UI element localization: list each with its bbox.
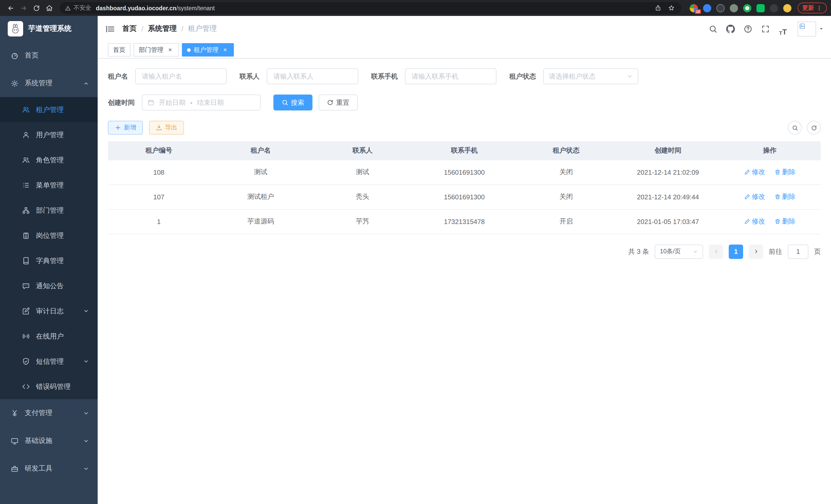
extension-icon[interactable] bbox=[783, 4, 792, 12]
prev-page-button[interactable] bbox=[709, 244, 723, 259]
download-icon bbox=[156, 124, 163, 131]
users-icon bbox=[22, 156, 30, 164]
search-button-label: 搜索 bbox=[291, 98, 304, 107]
cell-status: 关闭 bbox=[515, 184, 617, 209]
trash-icon bbox=[774, 194, 781, 200]
toggle-search-button[interactable] bbox=[788, 121, 802, 135]
sidebar-item-notice[interactable]: 通知公告 bbox=[0, 273, 98, 298]
close-icon[interactable]: × bbox=[222, 46, 229, 53]
browser-update-button[interactable]: 更新 ⋮ bbox=[798, 3, 827, 13]
sidebar-item-menu[interactable]: 菜单管理 bbox=[0, 173, 98, 198]
font-size-button[interactable]: TT bbox=[776, 22, 790, 36]
edit-link[interactable]: 修改 bbox=[744, 217, 765, 226]
add-button[interactable]: 新增 bbox=[108, 121, 143, 135]
sidebar-item-audit-log[interactable]: 审计日志 bbox=[0, 298, 98, 324]
refresh-table-button[interactable] bbox=[807, 121, 821, 135]
monitor-icon bbox=[11, 437, 19, 445]
sidebar-logo[interactable]: 芋道管理系统 bbox=[0, 16, 98, 41]
cell-phone: 15601691300 bbox=[413, 160, 515, 184]
breadcrumb-system[interactable]: 系统管理 bbox=[148, 24, 177, 33]
github-icon bbox=[726, 24, 735, 33]
next-page-button[interactable] bbox=[749, 244, 763, 259]
delete-label: 删除 bbox=[782, 168, 796, 177]
tab-tenant[interactable]: 租户管理 × bbox=[182, 43, 234, 57]
cell-tenant-name: 测试租户 bbox=[210, 184, 311, 209]
sidebar-item-user[interactable]: 用户管理 bbox=[0, 122, 98, 147]
sidebar-item-label: 支付管理 bbox=[25, 409, 52, 418]
sidebar-item-error-code[interactable]: 错误码管理 bbox=[0, 374, 98, 399]
browser-back-button[interactable] bbox=[4, 2, 17, 14]
sidebar-item-infrastructure[interactable]: 基础设施 bbox=[0, 427, 98, 455]
filter-row-1: 租户名 联系人 联系手机 租户状态 请选择租户状态 bbox=[108, 68, 821, 84]
hamburger-icon bbox=[105, 24, 115, 34]
cell-tenant-id: 1 bbox=[108, 209, 210, 234]
phone-input[interactable] bbox=[405, 68, 496, 84]
user-menu[interactable] bbox=[798, 21, 824, 36]
sidebar-item-role[interactable]: 角色管理 bbox=[0, 147, 98, 173]
reset-button[interactable]: 重置 bbox=[319, 94, 358, 111]
extension-icon[interactable] bbox=[716, 4, 725, 12]
bookmark-button[interactable] bbox=[666, 3, 676, 13]
contact-input[interactable] bbox=[267, 68, 358, 84]
breadcrumb-home[interactable]: 首页 bbox=[122, 24, 137, 33]
extension-icon[interactable] bbox=[730, 4, 738, 12]
extension-icon[interactable]: 10 bbox=[690, 4, 698, 12]
warning-triangle-icon bbox=[65, 5, 71, 11]
extension-icon[interactable] bbox=[703, 4, 711, 12]
filter-label: 租户名 bbox=[108, 72, 128, 81]
header-search-button[interactable] bbox=[706, 22, 720, 36]
sidebar-item-dev-tools[interactable]: 研发工具 bbox=[0, 455, 98, 482]
page-number-button[interactable]: 1 bbox=[729, 244, 743, 259]
tenant-name-input[interactable] bbox=[135, 68, 227, 84]
fullscreen-button[interactable] bbox=[758, 22, 772, 36]
browser-refresh-button[interactable] bbox=[30, 2, 42, 14]
breadcrumb-separator: / bbox=[181, 25, 183, 33]
status-select[interactable]: 请选择租户状态 bbox=[543, 68, 638, 84]
close-icon[interactable]: × bbox=[167, 46, 174, 53]
delete-link[interactable]: 删除 bbox=[774, 168, 796, 177]
toolbar-right bbox=[788, 121, 821, 135]
export-button[interactable]: 导出 bbox=[149, 121, 184, 135]
sidebar-item-tenant[interactable]: 租户管理 bbox=[0, 97, 98, 122]
github-link-button[interactable] bbox=[724, 22, 738, 36]
sidebar-item-home[interactable]: 首页 bbox=[0, 41, 98, 69]
export-button-label: 导出 bbox=[165, 123, 177, 132]
extension-icon[interactable] bbox=[743, 4, 751, 12]
sidebar-item-dict[interactable]: 字典管理 bbox=[0, 248, 98, 273]
share-button[interactable] bbox=[653, 3, 663, 13]
active-tab-dot bbox=[187, 48, 191, 52]
browser-home-button[interactable] bbox=[42, 2, 56, 14]
cell-created: 2021-12-14 21:02:09 bbox=[617, 160, 719, 184]
sidebar-item-dept[interactable]: 部门管理 bbox=[0, 198, 98, 223]
edit-label: 修改 bbox=[752, 217, 765, 226]
browser-forward-button[interactable] bbox=[17, 2, 30, 14]
sidebar-item-system[interactable]: 系统管理 bbox=[0, 69, 98, 97]
sidebar-item-online-users[interactable]: 在线用户 bbox=[0, 324, 98, 349]
font-size-small-glyph: T bbox=[779, 30, 782, 36]
search-button[interactable]: 搜索 bbox=[274, 94, 312, 111]
plus-icon bbox=[115, 124, 121, 131]
security-indicator[interactable]: 不安全 bbox=[65, 4, 91, 12]
sidebar-item-payment[interactable]: 支付管理 bbox=[0, 399, 98, 427]
cell-tenant-id: 107 bbox=[108, 184, 210, 209]
extension-icon[interactable] bbox=[756, 4, 765, 12]
cell-contact: 芋艿 bbox=[312, 209, 413, 234]
page-size-select[interactable]: 10条/页 bbox=[655, 244, 703, 259]
goto-page-input[interactable] bbox=[788, 244, 808, 259]
extension-icon[interactable] bbox=[770, 4, 778, 12]
cell-phone: 15601691300 bbox=[413, 184, 515, 209]
table-header: 租户编号 租户名 联系人 联系手机 租户状态 创建时间 操作 bbox=[108, 141, 821, 160]
date-range-picker[interactable]: 开始日期 - 结束日期 bbox=[142, 94, 261, 111]
delete-link[interactable]: 删除 bbox=[774, 217, 796, 226]
sidebar-item-sms[interactable]: 短信管理 bbox=[0, 349, 98, 374]
edit-link[interactable]: 修改 bbox=[744, 192, 765, 201]
sidebar-collapse-button[interactable] bbox=[98, 16, 122, 41]
tab-dept[interactable]: 部门管理 × bbox=[134, 43, 179, 57]
tab-home[interactable]: 首页 bbox=[108, 43, 131, 57]
sidebar-item-post[interactable]: 岗位管理 bbox=[0, 223, 98, 248]
help-button[interactable] bbox=[741, 22, 755, 36]
address-bar[interactable]: 不安全 dashboard.yudao.iocoder.cn/system/te… bbox=[60, 2, 682, 14]
delete-link[interactable]: 删除 bbox=[774, 192, 796, 201]
gear-icon bbox=[11, 79, 19, 87]
edit-link[interactable]: 修改 bbox=[744, 168, 765, 177]
